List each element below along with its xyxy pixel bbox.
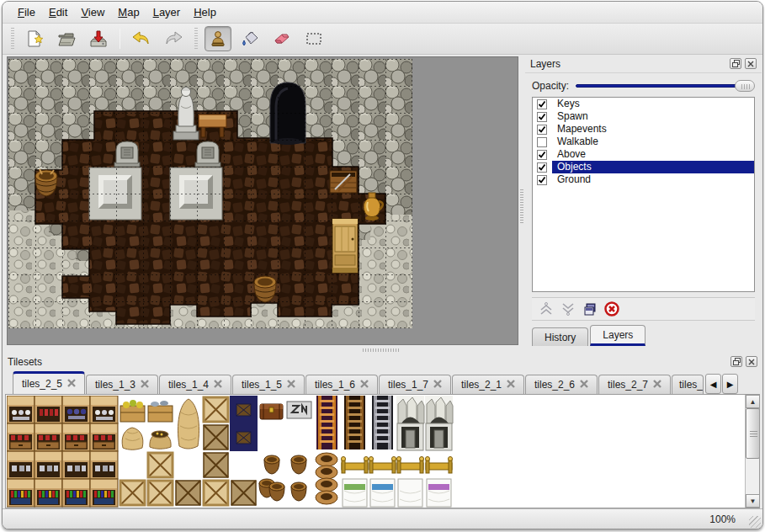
zoom-level: 100%	[709, 513, 736, 525]
tileset-image[interactable]	[7, 396, 454, 508]
close-tab-icon[interactable]	[433, 379, 442, 391]
layer-name: Keys	[552, 98, 754, 110]
layer-visibility-checkbox[interactable]	[537, 150, 547, 160]
opacity-slider-handle[interactable]	[735, 80, 755, 92]
app-window: FileEditViewMapLayerHelp	[2, 1, 763, 529]
move-layer-down-button[interactable]	[557, 299, 579, 319]
close-tab-icon[interactable]	[287, 379, 295, 391]
undo-icon	[131, 29, 151, 49]
redo-button[interactable]	[160, 26, 187, 51]
tileset-tab-tiles_1_4[interactable]: tiles_1_4	[159, 375, 231, 394]
scroll-tabs-right-button[interactable]: ▶	[722, 374, 738, 394]
tileset-content: ▲ ▼	[5, 394, 760, 508]
menu-help[interactable]: Help	[187, 4, 223, 20]
close-tab-icon[interactable]	[67, 378, 76, 390]
close-panel-button[interactable]	[745, 58, 757, 69]
tileset-tab-label: tiles_1_7	[388, 379, 428, 391]
menu-view[interactable]: View	[74, 4, 111, 20]
close-icon	[747, 61, 754, 67]
layer-list[interactable]: KeysSpawnMapeventsWalkableAboveObjectsGr…	[532, 97, 755, 292]
close-tab-icon[interactable]	[214, 379, 222, 391]
dock-tab-layers[interactable]: Layers	[590, 325, 645, 346]
fill-tool-button[interactable]	[236, 26, 263, 51]
duplicate-icon	[582, 301, 598, 317]
opacity-slider[interactable]	[576, 79, 755, 93]
float-panel-button[interactable]	[730, 58, 741, 69]
delete-layer-button[interactable]	[601, 299, 623, 319]
barrel	[35, 169, 57, 196]
tileset-tab-label: tiles_2_5	[22, 378, 62, 390]
layers-panel-title: Layers	[530, 58, 726, 70]
layer-row-ground[interactable]: Ground	[533, 173, 754, 186]
menu-bar: FileEditViewMapLayerHelp	[3, 2, 762, 24]
layer-visibility-checkbox[interactable]	[537, 175, 547, 185]
layer-name: Walkable	[552, 136, 754, 148]
layer-visibility-checkbox[interactable]	[537, 99, 547, 109]
menu-edit[interactable]: Edit	[42, 4, 74, 20]
layer-row-spawn[interactable]: Spawn	[533, 110, 754, 123]
layers-panel: Layers Opacity:	[525, 55, 762, 347]
undo-button[interactable]	[128, 26, 155, 51]
tileset-tab-tiles_2_7[interactable]: tiles_2_7	[598, 375, 671, 394]
dock-tab-history[interactable]: History	[532, 327, 588, 346]
resize-grip[interactable]	[749, 516, 761, 528]
float-tilesets-button[interactable]	[730, 356, 742, 367]
new-file-button[interactable]	[21, 26, 48, 51]
map-canvas[interactable]	[7, 56, 518, 345]
paint-bucket-icon	[240, 29, 260, 49]
eraser-tool-button[interactable]	[268, 26, 295, 51]
tileset-tab-bar: tiles_2_5tiles_1_3tiles_1_4tiles_1_5tile…	[3, 370, 762, 394]
layer-row-above[interactable]: Above	[533, 148, 754, 161]
layer-visibility-checkbox[interactable]	[537, 125, 547, 135]
close-tab-icon[interactable]	[580, 379, 588, 391]
close-tab-icon[interactable]	[360, 379, 369, 391]
close-tilesets-button[interactable]	[746, 356, 757, 367]
layer-name: Above	[552, 148, 754, 161]
scroll-up-button[interactable]: ▲	[746, 395, 760, 408]
vertical-splitter[interactable]	[518, 55, 525, 347]
tileset-tab-tiles_2_1[interactable]: tiles_2_1	[452, 375, 524, 394]
layer-visibility-checkbox[interactable]	[537, 137, 547, 147]
layer-name: Objects	[552, 161, 754, 173]
close-tab-icon[interactable]	[141, 379, 149, 391]
close-tab-icon[interactable]	[653, 379, 661, 391]
tilesets-panel-title: Tilesets	[8, 356, 727, 368]
save-file-button[interactable]	[85, 26, 112, 51]
opacity-label: Opacity:	[532, 80, 569, 92]
move-layer-up-button[interactable]	[535, 299, 557, 319]
tileset-tab-tiles_1_3[interactable]: tiles_1_3	[86, 375, 158, 394]
menu-map[interactable]: Map	[111, 4, 146, 20]
scroll-down-button[interactable]: ▼	[746, 494, 760, 508]
toolbar-handle[interactable]	[193, 28, 199, 50]
layer-row-mapevents[interactable]: Mapevents	[533, 123, 754, 136]
redo-icon	[163, 29, 183, 49]
layer-name: Ground	[552, 173, 754, 186]
layer-row-objects[interactable]: Objects	[533, 161, 754, 173]
map-scene	[8, 57, 413, 330]
scroll-tabs-left-button[interactable]: ◀	[705, 374, 721, 394]
layer-visibility-checkbox[interactable]	[537, 112, 547, 122]
select-tool-button[interactable]	[300, 26, 327, 51]
layer-row-keys[interactable]: Keys	[533, 98, 754, 110]
close-tab-icon[interactable]	[507, 379, 515, 391]
tileset-tab-tiles_2_6[interactable]: tiles_2_6	[525, 375, 598, 394]
horizontal-splitter[interactable]	[3, 347, 762, 353]
stamp-tool-button[interactable]	[205, 26, 231, 51]
layer-visibility-checkbox[interactable]	[537, 162, 547, 173]
tileset-scrollbar[interactable]: ▲ ▼	[745, 395, 759, 508]
menu-file[interactable]: File	[11, 4, 42, 20]
tileset-tab-tiles_1_7[interactable]: tiles_1_7	[379, 375, 451, 394]
eraser-icon	[272, 29, 292, 49]
tileset-tab-tiles_2_5[interactable]: tiles_2_5	[13, 371, 85, 394]
tileset-tab-tiles_1_5[interactable]: tiles_1_5	[232, 375, 305, 394]
move-down-icon	[560, 301, 576, 317]
select-rectangle-icon	[304, 29, 324, 49]
menu-layer[interactable]: Layer	[146, 4, 188, 20]
layer-row-walkable[interactable]: Walkable	[533, 136, 754, 148]
scrollbar-thumb[interactable]	[746, 408, 760, 459]
open-file-button[interactable]	[53, 26, 80, 51]
toolbar-handle[interactable]	[9, 28, 15, 50]
tileset-tab-tiles[interactable]: tiles_	[672, 375, 704, 394]
tileset-tab-tiles_1_6[interactable]: tiles_1_6	[305, 375, 378, 394]
duplicate-layer-button[interactable]	[579, 299, 601, 319]
